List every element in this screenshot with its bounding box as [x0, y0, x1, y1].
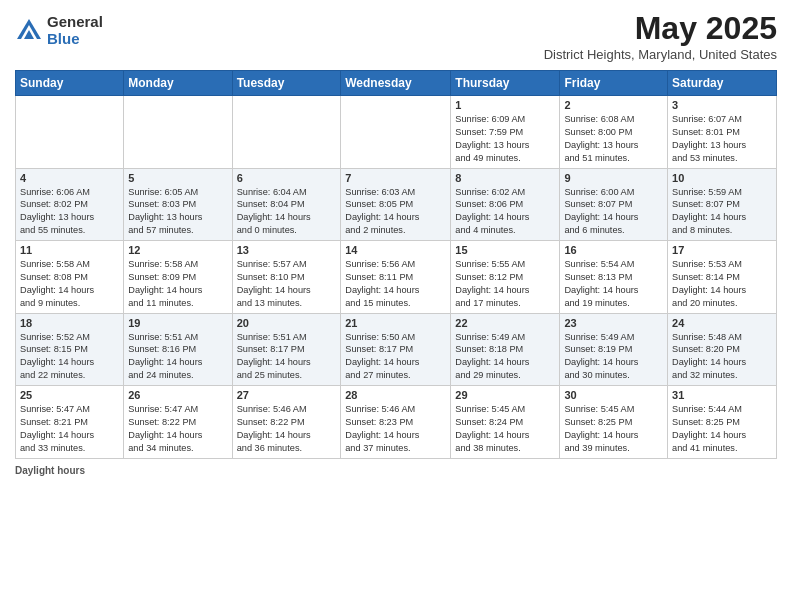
- day-info: Sunrise: 6:06 AM Sunset: 8:02 PM Dayligh…: [20, 186, 119, 238]
- day-number: 8: [455, 172, 555, 184]
- calendar-cell-empty: [232, 96, 341, 169]
- day-info: Sunrise: 6:08 AM Sunset: 8:00 PM Dayligh…: [564, 113, 663, 165]
- day-info: Sunrise: 5:56 AM Sunset: 8:11 PM Dayligh…: [345, 258, 446, 310]
- day-info: Sunrise: 5:52 AM Sunset: 8:15 PM Dayligh…: [20, 331, 119, 383]
- month-title: May 2025: [544, 10, 777, 47]
- calendar-cell-2: 2Sunrise: 6:08 AM Sunset: 8:00 PM Daylig…: [560, 96, 668, 169]
- day-info: Sunrise: 5:49 AM Sunset: 8:19 PM Dayligh…: [564, 331, 663, 383]
- calendar-cell-12: 12Sunrise: 5:58 AM Sunset: 8:09 PM Dayli…: [124, 241, 232, 314]
- location-text: District Heights, Maryland, United State…: [544, 47, 777, 62]
- calendar-cell-7: 7Sunrise: 6:03 AM Sunset: 8:05 PM Daylig…: [341, 168, 451, 241]
- day-number: 13: [237, 244, 337, 256]
- col-header-sunday: Sunday: [16, 71, 124, 96]
- calendar-cell-9: 9Sunrise: 6:00 AM Sunset: 8:07 PM Daylig…: [560, 168, 668, 241]
- day-number: 21: [345, 317, 446, 329]
- day-number: 26: [128, 389, 227, 401]
- calendar-cell-6: 6Sunrise: 6:04 AM Sunset: 8:04 PM Daylig…: [232, 168, 341, 241]
- logo-text: General Blue: [47, 14, 103, 47]
- day-number: 14: [345, 244, 446, 256]
- logo-icon: [15, 17, 43, 45]
- day-info: Sunrise: 5:48 AM Sunset: 8:20 PM Dayligh…: [672, 331, 772, 383]
- day-number: 31: [672, 389, 772, 401]
- day-info: Sunrise: 5:51 AM Sunset: 8:17 PM Dayligh…: [237, 331, 337, 383]
- day-number: 7: [345, 172, 446, 184]
- calendar-cell-17: 17Sunrise: 5:53 AM Sunset: 8:14 PM Dayli…: [668, 241, 777, 314]
- calendar-week-1: 1Sunrise: 6:09 AM Sunset: 7:59 PM Daylig…: [16, 96, 777, 169]
- logo: General Blue: [15, 14, 103, 47]
- calendar-cell-11: 11Sunrise: 5:58 AM Sunset: 8:08 PM Dayli…: [16, 241, 124, 314]
- col-header-wednesday: Wednesday: [341, 71, 451, 96]
- day-info: Sunrise: 5:53 AM Sunset: 8:14 PM Dayligh…: [672, 258, 772, 310]
- day-info: Sunrise: 5:58 AM Sunset: 8:09 PM Dayligh…: [128, 258, 227, 310]
- day-info: Sunrise: 5:47 AM Sunset: 8:21 PM Dayligh…: [20, 403, 119, 455]
- calendar-cell-15: 15Sunrise: 5:55 AM Sunset: 8:12 PM Dayli…: [451, 241, 560, 314]
- calendar-cell-8: 8Sunrise: 6:02 AM Sunset: 8:06 PM Daylig…: [451, 168, 560, 241]
- day-number: 10: [672, 172, 772, 184]
- day-number: 15: [455, 244, 555, 256]
- daylight-hours-label: Daylight hours: [15, 465, 85, 476]
- day-number: 24: [672, 317, 772, 329]
- calendar-cell-10: 10Sunrise: 5:59 AM Sunset: 8:07 PM Dayli…: [668, 168, 777, 241]
- day-info: Sunrise: 5:50 AM Sunset: 8:17 PM Dayligh…: [345, 331, 446, 383]
- calendar-cell-empty: [124, 96, 232, 169]
- calendar-week-3: 11Sunrise: 5:58 AM Sunset: 8:08 PM Dayli…: [16, 241, 777, 314]
- day-info: Sunrise: 5:51 AM Sunset: 8:16 PM Dayligh…: [128, 331, 227, 383]
- calendar-cell-3: 3Sunrise: 6:07 AM Sunset: 8:01 PM Daylig…: [668, 96, 777, 169]
- day-number: 1: [455, 99, 555, 111]
- day-info: Sunrise: 6:02 AM Sunset: 8:06 PM Dayligh…: [455, 186, 555, 238]
- day-number: 2: [564, 99, 663, 111]
- calendar-cell-4: 4Sunrise: 6:06 AM Sunset: 8:02 PM Daylig…: [16, 168, 124, 241]
- calendar-cell-20: 20Sunrise: 5:51 AM Sunset: 8:17 PM Dayli…: [232, 313, 341, 386]
- calendar-cell-18: 18Sunrise: 5:52 AM Sunset: 8:15 PM Dayli…: [16, 313, 124, 386]
- calendar-cell-31: 31Sunrise: 5:44 AM Sunset: 8:25 PM Dayli…: [668, 386, 777, 459]
- day-info: Sunrise: 6:03 AM Sunset: 8:05 PM Dayligh…: [345, 186, 446, 238]
- page-header: General Blue May 2025 District Heights, …: [15, 10, 777, 62]
- day-info: Sunrise: 5:46 AM Sunset: 8:22 PM Dayligh…: [237, 403, 337, 455]
- calendar-week-4: 18Sunrise: 5:52 AM Sunset: 8:15 PM Dayli…: [16, 313, 777, 386]
- day-number: 12: [128, 244, 227, 256]
- footer-note: Daylight hours: [15, 465, 777, 476]
- day-info: Sunrise: 5:55 AM Sunset: 8:12 PM Dayligh…: [455, 258, 555, 310]
- day-number: 22: [455, 317, 555, 329]
- day-number: 29: [455, 389, 555, 401]
- calendar-week-2: 4Sunrise: 6:06 AM Sunset: 8:02 PM Daylig…: [16, 168, 777, 241]
- calendar-cell-22: 22Sunrise: 5:49 AM Sunset: 8:18 PM Dayli…: [451, 313, 560, 386]
- day-number: 18: [20, 317, 119, 329]
- day-info: Sunrise: 5:58 AM Sunset: 8:08 PM Dayligh…: [20, 258, 119, 310]
- day-number: 30: [564, 389, 663, 401]
- col-header-thursday: Thursday: [451, 71, 560, 96]
- calendar-cell-1: 1Sunrise: 6:09 AM Sunset: 7:59 PM Daylig…: [451, 96, 560, 169]
- day-number: 17: [672, 244, 772, 256]
- calendar-cell-24: 24Sunrise: 5:48 AM Sunset: 8:20 PM Dayli…: [668, 313, 777, 386]
- title-area: May 2025 District Heights, Maryland, Uni…: [544, 10, 777, 62]
- day-info: Sunrise: 6:05 AM Sunset: 8:03 PM Dayligh…: [128, 186, 227, 238]
- col-header-monday: Monday: [124, 71, 232, 96]
- calendar-table: SundayMondayTuesdayWednesdayThursdayFrid…: [15, 70, 777, 459]
- day-info: Sunrise: 5:54 AM Sunset: 8:13 PM Dayligh…: [564, 258, 663, 310]
- day-info: Sunrise: 6:00 AM Sunset: 8:07 PM Dayligh…: [564, 186, 663, 238]
- day-number: 9: [564, 172, 663, 184]
- calendar-cell-16: 16Sunrise: 5:54 AM Sunset: 8:13 PM Dayli…: [560, 241, 668, 314]
- col-header-saturday: Saturday: [668, 71, 777, 96]
- calendar-cell-23: 23Sunrise: 5:49 AM Sunset: 8:19 PM Dayli…: [560, 313, 668, 386]
- day-info: Sunrise: 5:46 AM Sunset: 8:23 PM Dayligh…: [345, 403, 446, 455]
- col-header-friday: Friday: [560, 71, 668, 96]
- calendar-cell-30: 30Sunrise: 5:45 AM Sunset: 8:25 PM Dayli…: [560, 386, 668, 459]
- day-info: Sunrise: 6:07 AM Sunset: 8:01 PM Dayligh…: [672, 113, 772, 165]
- calendar-cell-29: 29Sunrise: 5:45 AM Sunset: 8:24 PM Dayli…: [451, 386, 560, 459]
- day-info: Sunrise: 5:47 AM Sunset: 8:22 PM Dayligh…: [128, 403, 227, 455]
- logo-general-text: General: [47, 14, 103, 31]
- day-number: 27: [237, 389, 337, 401]
- calendar-cell-5: 5Sunrise: 6:05 AM Sunset: 8:03 PM Daylig…: [124, 168, 232, 241]
- calendar-cell-26: 26Sunrise: 5:47 AM Sunset: 8:22 PM Dayli…: [124, 386, 232, 459]
- calendar-cell-27: 27Sunrise: 5:46 AM Sunset: 8:22 PM Dayli…: [232, 386, 341, 459]
- day-number: 16: [564, 244, 663, 256]
- calendar-cell-19: 19Sunrise: 5:51 AM Sunset: 8:16 PM Dayli…: [124, 313, 232, 386]
- day-info: Sunrise: 5:59 AM Sunset: 8:07 PM Dayligh…: [672, 186, 772, 238]
- calendar-cell-14: 14Sunrise: 5:56 AM Sunset: 8:11 PM Dayli…: [341, 241, 451, 314]
- day-number: 19: [128, 317, 227, 329]
- calendar-cell-empty: [341, 96, 451, 169]
- calendar-cell-21: 21Sunrise: 5:50 AM Sunset: 8:17 PM Dayli…: [341, 313, 451, 386]
- day-number: 20: [237, 317, 337, 329]
- day-number: 4: [20, 172, 119, 184]
